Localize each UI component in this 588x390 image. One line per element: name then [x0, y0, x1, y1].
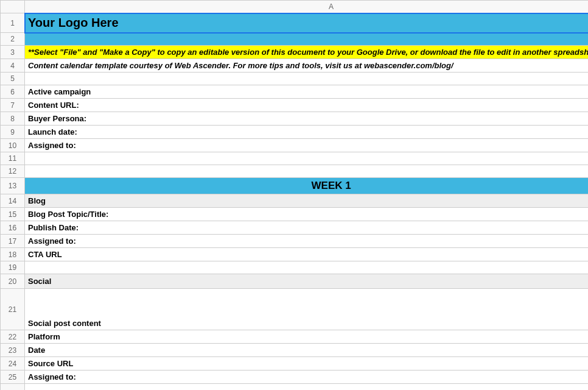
launch-date-label[interactable]: Launch date: [25, 126, 589, 139]
row-14: 14 Blog [1, 194, 589, 208]
row-header-17[interactable]: 17 [1, 235, 25, 248]
row-header-13[interactable]: 13 [1, 178, 25, 194]
row-16: 16 Publish Date: 10/8/19 [1, 221, 589, 235]
buyer-persona-label[interactable]: Buyer Persona: [25, 112, 589, 126]
row-header-25[interactable]: 25 [1, 370, 25, 384]
social-content-label[interactable]: Social post content [25, 289, 589, 330]
row-22: 22 Platform Facebook [1, 330, 589, 344]
banner-cell[interactable]: **Select "File" and "Make a Copy" to cop… [25, 46, 589, 59]
row-24: 24 Source URL example.url [1, 357, 589, 370]
active-campaign-label[interactable]: Active campaign [25, 85, 589, 99]
row-19: 19 [1, 261, 589, 274]
row-11: 11 [1, 152, 589, 165]
corner-cell[interactable] [1, 1, 25, 13]
row-2: 2 [1, 33, 589, 46]
social-date-label[interactable]: Date [25, 344, 589, 357]
row-header-7[interactable]: 7 [1, 99, 25, 112]
row-18: 18 CTA URL List a URL here to put in you… [1, 248, 589, 261]
credit-cell[interactable]: Content calendar template courtesy of We… [25, 59, 589, 73]
assigned-to-label[interactable]: Assigned to: [25, 139, 589, 152]
content-url-label[interactable]: Content URL: [25, 99, 589, 112]
row-header-8[interactable]: 8 [1, 112, 25, 126]
blog-assigned-label[interactable]: Assigned to: [25, 235, 589, 248]
row-header-4[interactable]: 4 [1, 59, 25, 73]
cell[interactable] [25, 152, 589, 165]
row-5: 5 [1, 73, 589, 85]
logo-cell[interactable]: Your Logo Here [25, 13, 589, 33]
col-header-a[interactable]: A [25, 1, 589, 13]
week-title[interactable]: WEEK 1 [25, 178, 589, 194]
social-section[interactable]: Social [25, 274, 589, 289]
row-header-blank[interactable] [1, 384, 25, 391]
row-20: 20 Social Post 1 Post 2 Post 3 [1, 274, 589, 289]
row-header-5[interactable]: 5 [1, 73, 25, 85]
row-25: 25 Assigned to: Mary Shelley [1, 370, 589, 384]
row-13: 13 WEEK 1 [1, 178, 589, 194]
cell[interactable] [25, 73, 589, 85]
row-header-23[interactable]: 23 [1, 344, 25, 357]
row-blank [1, 384, 589, 391]
row-21: 21 Social post content This is some exam… [1, 289, 589, 330]
row-17: 17 Assigned to: Brom Stoker [1, 235, 589, 248]
cta-url-label[interactable]: CTA URL [25, 248, 589, 261]
row-header-24[interactable]: 24 [1, 357, 25, 370]
row-header-20[interactable]: 20 [1, 274, 25, 289]
row-header-11[interactable]: 11 [1, 152, 25, 165]
row-header-3[interactable]: 3 [1, 46, 25, 59]
row-header-22[interactable]: 22 [1, 330, 25, 344]
cell[interactable] [25, 33, 589, 46]
row-4: 4 Content calendar template courtesy of … [1, 59, 589, 73]
cell[interactable] [25, 165, 589, 178]
row-1: 1 Your Logo Here Content Calendar: Oct, … [1, 13, 589, 33]
row-header-18[interactable]: 18 [1, 248, 25, 261]
row-10: 10 Assigned to: What person or group is … [1, 139, 589, 152]
column-header-row: A B C D E F G H I [1, 1, 589, 13]
row-header-9[interactable]: 9 [1, 126, 25, 139]
row-header-15[interactable]: 15 [1, 208, 25, 221]
source-url-label[interactable]: Source URL [25, 357, 589, 370]
row-23: 23 Date 10/9/19 [1, 344, 589, 357]
row-header-12[interactable]: 12 [1, 165, 25, 178]
row-6: 6 Active campaign What is the current fo… [1, 85, 589, 99]
row-header-21[interactable]: 21 [1, 289, 25, 330]
cell[interactable] [25, 384, 589, 391]
row-3: 3 **Select "File" and "Make a Copy" to c… [1, 46, 589, 59]
row-header-10[interactable]: 10 [1, 139, 25, 152]
row-header-1[interactable]: 1 [1, 13, 25, 33]
row-9: 9 Launch date: When will this content be… [1, 126, 589, 139]
cell[interactable] [25, 261, 589, 274]
row-8: 8 Buyer Persona: Who is this campaign ta… [1, 112, 589, 126]
blog-section[interactable]: Blog [25, 194, 589, 208]
row-header-6[interactable]: 6 [1, 85, 25, 99]
row-7: 7 Content URL: What is the URL of this s… [1, 99, 589, 112]
row-header-14[interactable]: 14 [1, 194, 25, 208]
spreadsheet-grid[interactable]: A B C D E F G H I 1 Your Logo Here Conte… [0, 0, 588, 390]
row-header-16[interactable]: 16 [1, 221, 25, 235]
publish-date-label[interactable]: Publish Date: [25, 221, 589, 235]
row-15: 15 Blog Post Topic/Title: What is your b… [1, 208, 589, 221]
row-header-19[interactable]: 19 [1, 261, 25, 274]
row-12: 12 [1, 165, 589, 178]
row-header-2[interactable]: 2 [1, 33, 25, 46]
blog-topic-label[interactable]: Blog Post Topic/Title: [25, 208, 589, 221]
platform-label[interactable]: Platform [25, 330, 589, 344]
social-assigned-label[interactable]: Assigned to: [25, 370, 589, 384]
